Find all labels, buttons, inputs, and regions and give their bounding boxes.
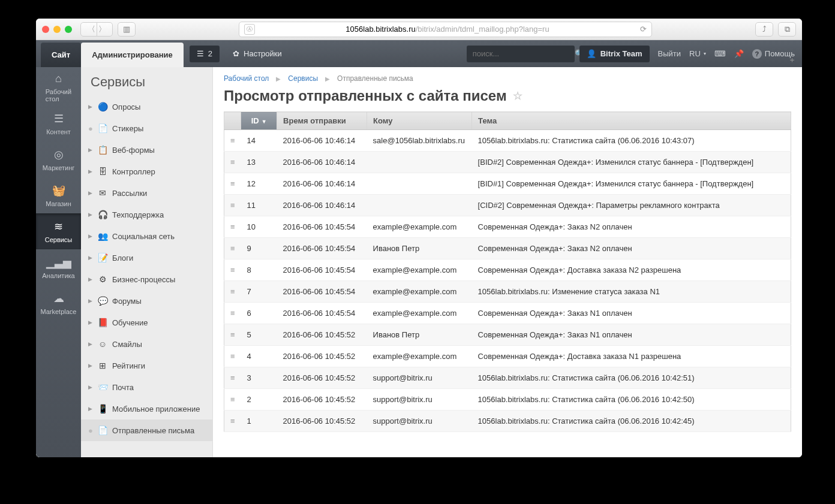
- nav-icon: 🧺: [52, 184, 65, 197]
- table-row[interactable]: ≡ 11 2016-06-06 10:46:14 [CID#2] Совреме…: [224, 195, 791, 216]
- nav-back-forward[interactable]: 〈 〉: [80, 22, 113, 37]
- cell-id: 7: [241, 281, 277, 303]
- row-menu-icon[interactable]: ≡: [230, 136, 235, 145]
- row-menu-icon[interactable]: ≡: [230, 287, 235, 296]
- cell-id: 12: [241, 173, 277, 195]
- cell-to: support@bitrix.ru: [367, 367, 472, 389]
- reader-icon: Ⓐ: [244, 24, 255, 35]
- nav-marketplace[interactable]: ☁Marketplace: [36, 285, 81, 321]
- col-to[interactable]: Кому: [367, 112, 472, 130]
- cell-sent: 2016-06-06 10:46:14: [277, 195, 367, 216]
- subnav-item[interactable]: ▶📨Почта: [81, 376, 212, 398]
- table-row[interactable]: ≡ 10 2016-06-06 10:45:54 example@example…: [224, 216, 791, 238]
- row-menu-icon[interactable]: ≡: [230, 201, 235, 210]
- lang-switch[interactable]: RU▾: [689, 49, 706, 58]
- sidebar-toggle[interactable]: ▥: [118, 22, 136, 37]
- nav-магазин[interactable]: 🧺Магазин: [36, 177, 81, 213]
- subnav-item[interactable]: ▶✉Рассылки: [81, 182, 212, 204]
- table-row[interactable]: ≡ 3 2016-06-06 10:45:52 support@bitrix.r…: [224, 367, 791, 389]
- row-menu-icon[interactable]: ≡: [230, 352, 235, 361]
- cell-sent: 2016-06-06 10:45:54: [277, 303, 367, 324]
- chevron-right-icon: ▶: [88, 212, 93, 218]
- nav-label: Маркетинг: [43, 164, 74, 171]
- breadcrumb-link[interactable]: Рабочий стол: [224, 74, 269, 83]
- search-box[interactable]: 🔍: [467, 46, 575, 62]
- col-subject[interactable]: Тема: [472, 112, 791, 130]
- table-row[interactable]: ≡ 5 2016-06-06 10:45:52 Иванов Петр Совр…: [224, 324, 791, 346]
- row-menu-icon[interactable]: ≡: [230, 309, 235, 318]
- row-menu-icon[interactable]: ≡: [230, 179, 235, 188]
- row-menu-icon[interactable]: ≡: [230, 373, 235, 382]
- nav-маркетинг[interactable]: ◎Маркетинг: [36, 141, 81, 177]
- reload-icon[interactable]: ⟳: [640, 25, 647, 34]
- subnav-title: Сервисы: [91, 74, 212, 90]
- subnav-item[interactable]: ▶🎧Техподдержка: [81, 204, 212, 225]
- row-menu-icon[interactable]: ≡: [230, 417, 235, 425]
- subnav-label: Смайлы: [112, 340, 142, 349]
- table-row[interactable]: ≡ 9 2016-06-06 10:45:54 Иванов Петр Совр…: [224, 238, 791, 259]
- row-menu-icon[interactable]: ≡: [230, 265, 235, 274]
- search-input[interactable]: [471, 49, 575, 59]
- new-tab-button[interactable]: ＋: [785, 53, 798, 67]
- subnav-item[interactable]: ▶💬Форумы: [81, 290, 212, 312]
- bullet-icon: ●: [88, 124, 93, 133]
- nav-контент[interactable]: ☰Контент: [36, 105, 81, 141]
- subnav-icon: 📱: [98, 404, 107, 414]
- table-row[interactable]: ≡ 14 2016-06-06 10:46:14 sale@1056lab.bi…: [224, 130, 791, 152]
- chevron-right-icon: 〉: [98, 24, 106, 35]
- row-menu-icon[interactable]: ≡: [230, 330, 235, 339]
- logout-link[interactable]: Выйти: [658, 49, 681, 58]
- table-row[interactable]: ≡ 13 2016-06-06 10:46:14 [BID#2] Совреме…: [224, 152, 791, 173]
- subnav-item[interactable]: ▶📱Мобильное приложение: [81, 398, 212, 420]
- user-menu[interactable]: 👤 Bitrix Team: [579, 46, 650, 62]
- subnav-item[interactable]: ▶⚙Бизнес-процессы: [81, 268, 212, 290]
- subnav-item[interactable]: ▶📋Веб-формы: [81, 139, 212, 161]
- share-button[interactable]: ⤴: [755, 22, 773, 37]
- tab-site[interactable]: Сайт: [41, 43, 81, 67]
- subnav-label: Контроллер: [112, 167, 155, 176]
- table-row[interactable]: ≡ 4 2016-06-06 10:45:52 example@example.…: [224, 346, 791, 367]
- address-bar[interactable]: Ⓐ 1056lab.bitrixlabs.ru/bitrix/admin/tdm…: [239, 22, 653, 37]
- cell-sent: 2016-06-06 10:45:52: [277, 346, 367, 367]
- row-menu-icon[interactable]: ≡: [230, 244, 235, 253]
- subnav-item[interactable]: ▶⊞Рейтинги: [81, 355, 212, 376]
- tab-administration[interactable]: Администрирование: [81, 43, 184, 67]
- minimize-icon[interactable]: [53, 26, 61, 33]
- keyboard-icon[interactable]: ⌨: [714, 49, 726, 58]
- breadcrumb-link[interactable]: Сервисы: [288, 74, 318, 83]
- nav-аналитика[interactable]: ▁▃▅Аналитика: [36, 249, 81, 285]
- table-row[interactable]: ≡ 12 2016-06-06 10:46:14 [BID#1] Совреме…: [224, 173, 791, 195]
- subnav-item[interactable]: ●📄Отправленные письма: [81, 420, 212, 441]
- subnav-item[interactable]: ●📄Стикеры: [81, 117, 212, 139]
- close-icon[interactable]: [42, 26, 49, 33]
- table-row[interactable]: ≡ 1 2016-06-06 10:45:52 support@bitrix.r…: [224, 411, 791, 432]
- subnav-item[interactable]: ▶🗄Контроллер: [81, 161, 212, 182]
- subnav-item[interactable]: ▶☺Смайлы: [81, 333, 212, 355]
- pin-icon[interactable]: 📌: [734, 49, 744, 58]
- subnav-label: Техподдержка: [112, 210, 164, 219]
- settings-link[interactable]: ✿ Настройки: [226, 46, 289, 62]
- notifications[interactable]: ☰ 2: [190, 46, 220, 62]
- col-sent[interactable]: Время отправки: [277, 112, 367, 130]
- favorite-icon[interactable]: ☆: [513, 89, 522, 102]
- col-id[interactable]: ID▼: [241, 112, 277, 130]
- row-menu-icon[interactable]: ≡: [230, 222, 235, 231]
- table-row[interactable]: ≡ 7 2016-06-06 10:45:54 example@example.…: [224, 281, 791, 303]
- subnav-item[interactable]: ▶🔵Опросы: [81, 96, 212, 117]
- nav-рабочий стол[interactable]: ⌂Рабочийстол: [36, 70, 81, 105]
- nav-сервисы[interactable]: ≋Сервисы: [36, 213, 81, 249]
- subnav-item[interactable]: ▶📕Обучение: [81, 312, 212, 333]
- breadcrumb-link: Отправленные письма: [337, 74, 413, 83]
- settings-label: Настройки: [244, 49, 282, 58]
- subnav-icon: ✉: [98, 188, 107, 198]
- row-menu-icon[interactable]: ≡: [230, 395, 235, 404]
- cell-id: 10: [241, 216, 277, 238]
- table-row[interactable]: ≡ 2 2016-06-06 10:45:52 support@bitrix.r…: [224, 389, 791, 411]
- row-menu-icon[interactable]: ≡: [230, 158, 235, 167]
- tabs-button[interactable]: ⧉: [778, 22, 796, 37]
- subnav-item[interactable]: ▶📝Блоги: [81, 247, 212, 268]
- zoom-icon[interactable]: [65, 26, 72, 33]
- table-row[interactable]: ≡ 6 2016-06-06 10:45:54 example@example.…: [224, 303, 791, 324]
- subnav-item[interactable]: ▶👥Социальная сеть: [81, 225, 212, 247]
- table-row[interactable]: ≡ 8 2016-06-06 10:45:54 example@example.…: [224, 259, 791, 281]
